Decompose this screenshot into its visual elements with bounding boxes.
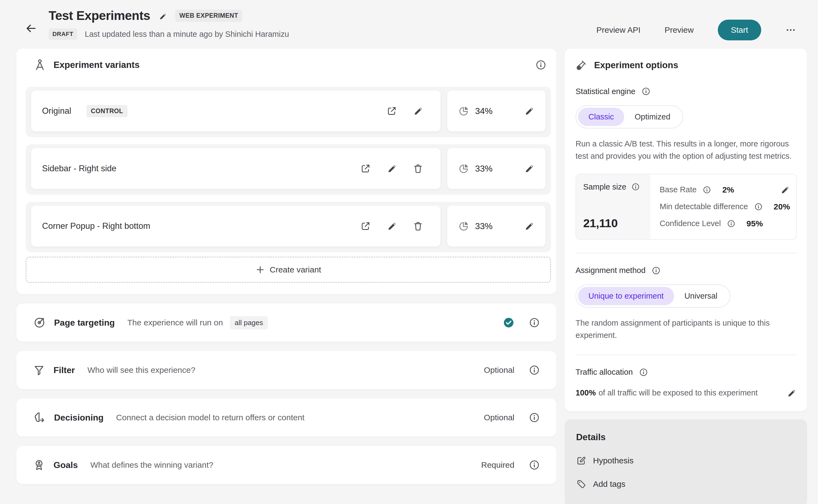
add-tags-item[interactable]: Add tags <box>576 479 625 489</box>
check-circle-icon <box>503 317 514 328</box>
variants-person-icon <box>33 58 46 71</box>
funnel-icon <box>33 364 45 376</box>
experiment-setup-page: Test Experiments WEB EXPERIMENT DRAFT La… <box>0 0 818 504</box>
experiment-options-panel: Experiment options Statistical engine Cl… <box>565 49 807 411</box>
decisioning-icon <box>33 411 46 424</box>
info-icon <box>641 87 651 96</box>
open-variant-button[interactable] <box>360 163 371 174</box>
open-variant-button[interactable] <box>360 221 371 232</box>
goals-medal-icon <box>33 459 45 471</box>
statistical-engine-description: Run a classic A/B test. This results in … <box>575 138 797 162</box>
assignment-method-description: The random assignment of participants is… <box>575 317 797 341</box>
back-button[interactable] <box>25 22 37 34</box>
status-badge: DRAFT <box>49 28 77 40</box>
sample-size-info-button[interactable] <box>631 182 640 191</box>
section-title: Page targeting <box>54 318 115 328</box>
ellipsis-icon <box>785 25 796 35</box>
preview-button[interactable]: Preview <box>665 25 694 35</box>
section-description: The experience will run on <box>127 318 223 327</box>
edit-variant-button[interactable] <box>413 106 423 116</box>
statistical-engine-info-button[interactable] <box>641 87 651 96</box>
pencil-icon <box>413 106 423 116</box>
segment-classic[interactable]: Classic <box>578 108 624 126</box>
page-header: Test Experiments WEB EXPERIMENT DRAFT La… <box>0 0 818 40</box>
control-badge: CONTROL <box>86 105 127 117</box>
info-icon <box>639 368 648 377</box>
edit-variant-button[interactable] <box>386 163 397 174</box>
min-detectable-info-button[interactable] <box>754 202 763 211</box>
details-title: Details <box>576 432 796 442</box>
traffic-allocation-info-button[interactable] <box>639 368 648 377</box>
allocation-percent: 34% <box>475 106 492 116</box>
metric-label: Base Rate <box>660 185 697 194</box>
external-link-icon <box>360 163 371 174</box>
allocation-percent: 33% <box>475 221 492 231</box>
edit-allocation-button[interactable] <box>524 163 534 174</box>
goals-info-button[interactable] <box>528 459 540 471</box>
page-targeting-card[interactable]: Page targeting The experience will run o… <box>16 304 556 342</box>
metric-label: Confidence Level <box>660 219 721 228</box>
page-targeting-info-button[interactable] <box>528 317 540 328</box>
filter-card[interactable]: Filter Who will see this experience? Opt… <box>16 351 556 389</box>
open-variant-button[interactable] <box>386 106 397 116</box>
section-title: Filter <box>53 365 75 375</box>
pencil-icon <box>786 388 797 398</box>
info-icon <box>528 412 540 423</box>
page-title: Test Experiments <box>49 8 150 23</box>
edit-note-icon <box>576 455 586 466</box>
allocation-percent: 33% <box>475 164 492 174</box>
test-tube-icon <box>575 59 587 71</box>
info-icon <box>703 185 711 194</box>
edit-variant-button[interactable] <box>386 221 397 232</box>
start-button[interactable]: Start <box>718 20 761 40</box>
hypothesis-item[interactable]: Hypothesis <box>576 455 634 466</box>
segment-optimized[interactable]: Optimized <box>624 108 681 126</box>
trash-icon <box>413 221 423 232</box>
arrow-left-icon <box>25 22 37 34</box>
delete-variant-button[interactable] <box>413 163 423 174</box>
filter-info-button[interactable] <box>528 364 540 376</box>
more-menu-button[interactable] <box>785 25 796 35</box>
section-title: Decisioning <box>54 413 103 423</box>
requirement-label: Required <box>481 460 514 470</box>
requirement-label: Optional <box>484 365 514 375</box>
info-icon <box>528 317 540 328</box>
edit-title-button[interactable] <box>158 12 167 21</box>
segment-unique-to-experiment[interactable]: Unique to experiment <box>578 287 674 305</box>
variants-info-button[interactable] <box>535 59 546 71</box>
variant-name: Sidebar - Right side <box>42 164 116 173</box>
segment-universal[interactable]: Universal <box>674 287 728 305</box>
variant-card-original: Original CONTROL <box>31 91 440 131</box>
variant-row: Sidebar - Right side <box>26 144 551 195</box>
edit-traffic-allocation-button[interactable] <box>786 388 797 398</box>
decisioning-info-button[interactable] <box>528 412 540 423</box>
base-rate-info-button[interactable] <box>703 185 711 194</box>
pencil-icon <box>386 221 397 232</box>
details-item-label: Add tags <box>593 479 625 489</box>
pie-chart-icon <box>458 163 470 174</box>
info-icon <box>535 59 546 71</box>
create-variant-button[interactable]: Create variant <box>26 257 551 283</box>
metric-label: Min detectable difference <box>660 202 748 211</box>
tag-icon <box>576 479 586 489</box>
edit-metrics-button[interactable] <box>780 185 790 195</box>
pencil-icon <box>524 221 534 232</box>
variant-card-corner-popup: Corner Popup - Right bottom <box>31 206 440 247</box>
info-icon <box>528 459 540 471</box>
pie-chart-icon <box>458 105 470 117</box>
edit-allocation-button[interactable] <box>524 221 534 232</box>
assignment-method-info-button[interactable] <box>652 266 661 275</box>
pencil-icon <box>386 163 397 174</box>
goals-card[interactable]: Goals What defines the winning variant? … <box>16 446 556 484</box>
experiment-variants-card: Experiment variants Original CONT <box>16 49 556 294</box>
variant-card-sidebar: Sidebar - Right side <box>31 148 440 189</box>
divider <box>575 253 797 253</box>
preview-api-button[interactable]: Preview API <box>596 25 641 35</box>
decisioning-card[interactable]: Decisioning Connect a decision model to … <box>16 398 556 437</box>
confidence-level-info-button[interactable] <box>727 219 736 228</box>
delete-variant-button[interactable] <box>413 221 423 232</box>
info-icon <box>754 202 763 211</box>
pencil-icon <box>780 185 790 195</box>
edit-allocation-button[interactable] <box>524 106 534 116</box>
traffic-allocation-label: Traffic allocation <box>575 368 633 377</box>
